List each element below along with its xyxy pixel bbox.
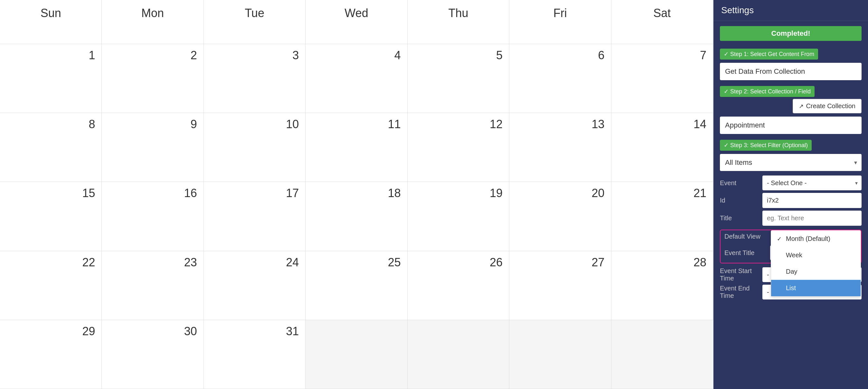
calendar-day: 13	[509, 113, 611, 182]
event-field-row: Event - Select One -	[713, 174, 868, 191]
event-select[interactable]: - Select One -	[763, 176, 862, 190]
calendar-day: 15	[0, 182, 102, 251]
calendar-day: 26	[408, 251, 509, 320]
calendar-day: 7	[611, 44, 713, 113]
title-field-row: Title	[713, 209, 868, 227]
dropdown-item-month[interactable]: ✓ Month (Default)	[771, 231, 861, 247]
calendar-day: 28	[611, 251, 713, 320]
event-end-time-label: Event End Time	[720, 285, 758, 299]
step3-badge: ✓ Step 3: Select Filter (Optional)	[720, 140, 812, 151]
event-label: Event	[720, 179, 758, 187]
header-thu: Thu	[408, 0, 509, 44]
get-data-input[interactable]	[720, 63, 862, 80]
calendar-day: 20	[509, 182, 611, 251]
calendar-day: 27	[509, 251, 611, 320]
header-wed: Wed	[306, 0, 407, 44]
filter-select[interactable]: All Items	[720, 154, 862, 171]
calendar-section: Sun Mon Tue Wed Thu Fri Sat 1 2 3 4 5 6 …	[0, 0, 713, 389]
calendar-day: 23	[102, 251, 204, 320]
default-view-label: Default View	[724, 233, 766, 240]
calendar-day: 14	[611, 113, 713, 182]
header-tue: Tue	[204, 0, 306, 44]
event-title-label: Event Title	[724, 249, 766, 257]
calendar-day: 30	[102, 320, 204, 389]
calendar-day: 12	[408, 113, 509, 182]
title-input[interactable]	[763, 211, 862, 226]
calendar-day: 19	[408, 182, 509, 251]
step1-badge: ✓ Step 1: Select Get Content From	[720, 49, 818, 60]
calendar-grid: Sun Mon Tue Wed Thu Fri Sat 1 2 3 4 5 6 …	[0, 0, 713, 389]
default-view-dropdown[interactable]: ✓ Month (Default) Week Day List	[771, 230, 861, 297]
calendar-day-empty	[509, 320, 611, 389]
collection-input[interactable]	[720, 117, 862, 134]
event-start-time-label: Event Start Time	[720, 267, 758, 282]
title-label: Title	[720, 214, 758, 222]
default-view-row: Default View ✓ Month (Default) Week Day	[720, 230, 861, 243]
event-select-wrapper: - Select One -	[763, 176, 862, 190]
calendar-day: 17	[204, 182, 306, 251]
header-fri: Fri	[509, 0, 611, 44]
calendar-day: 10	[204, 113, 306, 182]
calendar-day: 2	[102, 44, 204, 113]
calendar-day: 16	[102, 182, 204, 251]
step3-badge-wrap: ✓ Step 3: Select Filter (Optional)	[713, 137, 868, 153]
step2-badge-wrap: ✓ Step 2: Select Collection / Field	[713, 83, 868, 99]
external-link-icon: ↗	[799, 103, 804, 110]
step1-badge-wrap: ✓ Step 1: Select Get Content From	[713, 46, 868, 61]
settings-title: Settings	[713, 0, 868, 21]
header-mon: Mon	[102, 0, 204, 44]
calendar-day-empty	[611, 320, 713, 389]
calendar-day: 11	[306, 113, 407, 182]
calendar-day-empty	[306, 320, 407, 389]
id-field-row: Id	[713, 191, 868, 209]
calendar-day-empty	[408, 320, 509, 389]
settings-panel: Settings Completed! ✓ Step 1: Select Get…	[713, 0, 868, 389]
calendar-day: 24	[204, 251, 306, 320]
calendar-day: 22	[0, 251, 102, 320]
step2-badge: ✓ Step 2: Select Collection / Field	[720, 86, 814, 97]
id-input[interactable]	[763, 193, 862, 208]
calendar-day: 5	[408, 44, 509, 113]
calendar-day: 25	[306, 251, 407, 320]
calendar-day: 21	[611, 182, 713, 251]
create-collection-button[interactable]: ↗ Create Collection	[793, 99, 862, 113]
header-sat: Sat	[611, 0, 713, 44]
calendar-day: 31	[204, 320, 306, 389]
dropdown-item-week[interactable]: Week	[771, 247, 861, 263]
calendar-day: 18	[306, 182, 407, 251]
completed-badge: Completed!	[720, 26, 862, 41]
id-label: Id	[720, 197, 758, 204]
filter-select-wrapper: All Items	[720, 154, 862, 171]
header-sun: Sun	[0, 0, 102, 44]
dropdown-item-day[interactable]: Day	[771, 263, 861, 280]
calendar-day: 6	[509, 44, 611, 113]
calendar-day: 3	[204, 44, 306, 113]
dropdown-item-list[interactable]: List	[771, 280, 861, 296]
calendar-day: 8	[0, 113, 102, 182]
calendar-day: 29	[0, 320, 102, 389]
calendar-day: 9	[102, 113, 204, 182]
calendar-day: 4	[306, 44, 407, 113]
calendar-day: 1	[0, 44, 102, 113]
default-view-section: Default View ✓ Month (Default) Week Day	[720, 230, 862, 263]
checkmark-icon: ✓	[777, 235, 783, 242]
create-collection-row: ↗ Create Collection	[713, 99, 868, 115]
